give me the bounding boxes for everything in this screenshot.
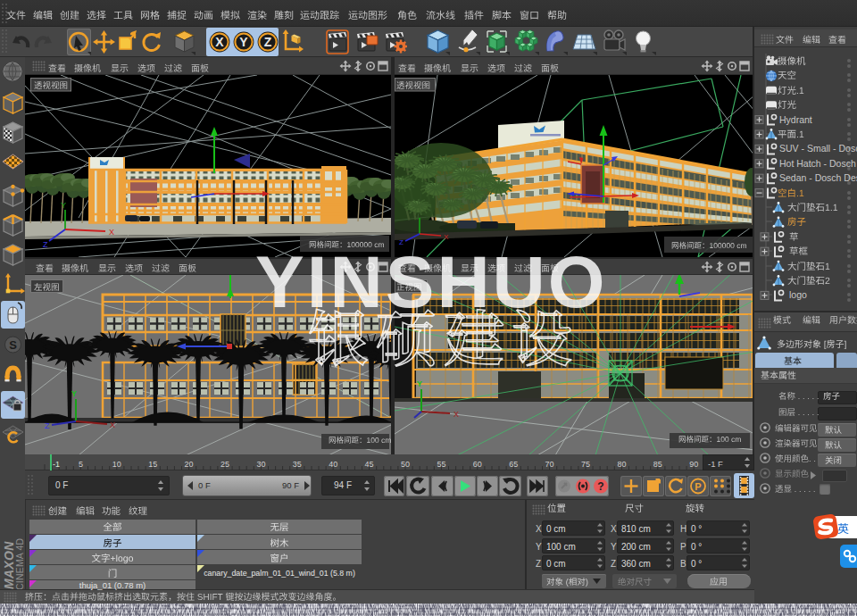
svg-text:P: P bbox=[695, 481, 701, 492]
svg-text:?: ? bbox=[597, 480, 603, 493]
